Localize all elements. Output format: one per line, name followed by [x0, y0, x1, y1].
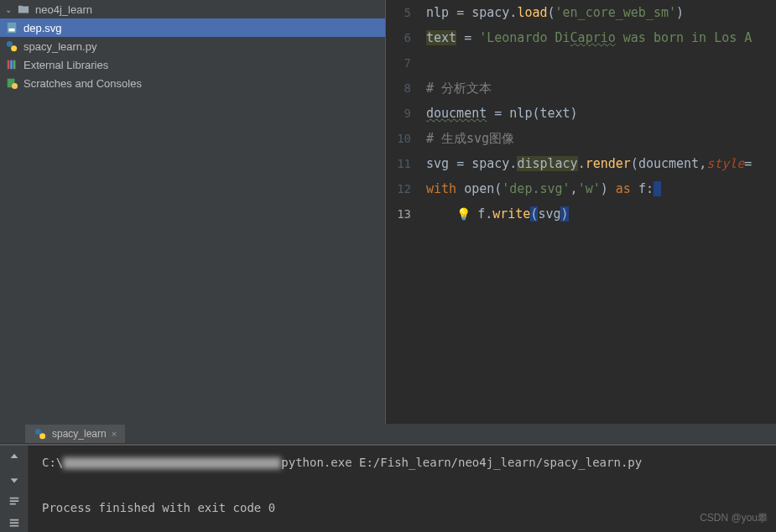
svg-point-2	[7, 41, 13, 47]
project-sidebar: ⌄ neo4j_learn dep.svg spacy_learn.py	[0, 0, 386, 424]
run-tool-tabs: spacy_learn ×	[0, 424, 776, 444]
console-output[interactable]: C:\python.exe E:/Fish_learn/neo4j_learn/…	[29, 446, 776, 532]
code-content[interactable]: with open('dep.svg','w') as f:	[426, 181, 661, 196]
code-line: 12with open('dep.svg','w') as f:	[386, 176, 776, 201]
external-libraries[interactable]: External Libraries	[0, 55, 385, 74]
svg-point-10	[39, 433, 45, 439]
main-area: ⌄ neo4j_learn dep.svg spacy_learn.py	[0, 0, 776, 424]
code-content[interactable]: text = 'Leonardo DiCaprio was born in Lo…	[426, 30, 752, 45]
svg-file-icon	[5, 21, 18, 34]
code-line: 13 💡f.write(svg)	[386, 201, 776, 227]
run-tab[interactable]: spacy_learn ×	[25, 425, 125, 443]
file-label: dep.svg	[23, 22, 62, 34]
scratch-icon	[5, 76, 18, 90]
code-line: 6text = 'Leonardo DiCaprio was born in L…	[386, 25, 776, 50]
code-line: 11svg = spacy.displacy.render(doucment,s…	[386, 151, 776, 176]
code-line: 5nlp = spacy.load('en_core_web_sm')	[386, 0, 776, 25]
file-spacy-learn[interactable]: spacy_learn.py	[0, 37, 385, 55]
line-number: 9	[386, 107, 426, 120]
code-line: 9doucment = nlp(text)	[386, 101, 776, 126]
run-toolbar	[0, 446, 29, 532]
close-icon[interactable]: ×	[112, 429, 117, 439]
code-content[interactable]: # 生成svg图像	[426, 131, 514, 147]
scratch-label: Scratches and Consoles	[23, 77, 142, 90]
libraries-icon	[5, 58, 18, 71]
line-number: 6	[386, 31, 426, 44]
code-content[interactable]: svg = spacy.displacy.render(doucment,sty…	[426, 156, 752, 171]
soft-wrap-icon[interactable]	[6, 493, 23, 509]
python-file-icon	[5, 39, 18, 53]
svg-point-3	[11, 45, 17, 51]
code-content[interactable]: nlp = spacy.load('en_core_web_sm')	[426, 5, 684, 20]
down-arrow-icon[interactable]	[6, 471, 23, 488]
svg-rect-1	[9, 29, 15, 32]
folder-icon	[17, 3, 30, 16]
line-number: 11	[386, 157, 426, 170]
project-root[interactable]: ⌄ neo4j_learn	[0, 0, 385, 18]
code-content[interactable]: 💡f.write(svg)	[426, 206, 569, 222]
svg-point-9	[35, 428, 41, 434]
line-number: 7	[386, 56, 426, 70]
line-number: 12	[386, 182, 426, 196]
console-line: C:\python.exe E:/Fish_learn/neo4j_learn/…	[42, 452, 763, 472]
python-run-icon	[34, 427, 47, 441]
file-dep-svg[interactable]: dep.svg	[0, 18, 385, 37]
svg-rect-6	[13, 60, 16, 70]
scratches-consoles[interactable]: Scratches and Consoles	[0, 74, 385, 92]
console-line: Process finished with exit code 0	[42, 498, 763, 518]
svg-point-8	[12, 83, 18, 89]
intention-bulb-icon[interactable]: 💡	[456, 207, 471, 221]
code-content[interactable]: doucment = nlp(text)	[426, 106, 578, 121]
svg-rect-5	[10, 60, 13, 70]
code-line: 10# 生成svg图像	[386, 126, 776, 151]
project-name: neo4j_learn	[35, 3, 92, 16]
line-number: 8	[386, 81, 426, 95]
line-number: 10	[386, 132, 426, 145]
run-tab-label: spacy_learn	[52, 428, 107, 440]
code-line: 7	[386, 50, 776, 76]
svg-rect-4	[8, 60, 10, 70]
scroll-end-icon[interactable]	[6, 514, 23, 531]
code-content[interactable]: # 分析文本	[426, 81, 492, 96]
chevron-down-icon: ⌄	[5, 5, 15, 14]
libs-label: External Libraries	[23, 59, 108, 71]
up-arrow-icon[interactable]	[6, 449, 23, 466]
file-label: spacy_learn.py	[23, 40, 96, 53]
run-panel: C:\python.exe E:/Fish_learn/neo4j_learn/…	[0, 444, 776, 532]
code-editor[interactable]: 5nlp = spacy.load('en_core_web_sm')6text…	[386, 0, 776, 424]
code-line: 8# 分析文本	[386, 76, 776, 101]
line-number: 13	[386, 207, 426, 221]
line-number: 5	[386, 6, 426, 19]
watermark: CSDN @you攀	[700, 511, 768, 525]
